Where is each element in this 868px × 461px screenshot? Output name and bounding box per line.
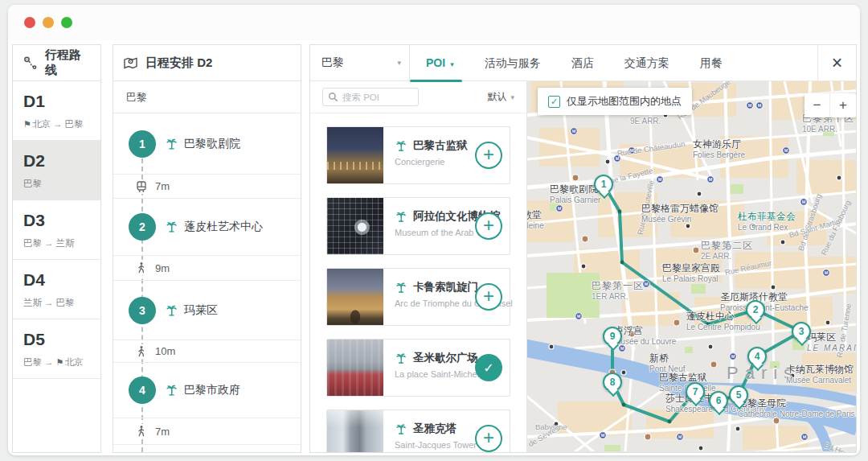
zoom-in-button[interactable]: + bbox=[830, 93, 856, 117]
map-route-marker-6[interactable]: 6 bbox=[709, 391, 728, 410]
poi-photo bbox=[327, 340, 383, 396]
map-route-marker-4[interactable]: 4 bbox=[747, 347, 767, 366]
svg-text:M: M bbox=[577, 314, 581, 319]
map-zoom-control: − + bbox=[805, 93, 856, 117]
day-label: D5 bbox=[23, 330, 92, 349]
day-schedule-panel: 日程安排 D2 巴黎 1 巴黎歌剧院 7m2 蓬皮杜艺术中心 9m3 玛莱区 1… bbox=[113, 44, 301, 453]
schedule-stop-2[interactable]: 2 蓬皮杜艺术中心 bbox=[113, 199, 301, 255]
zoom-out-button[interactable]: − bbox=[805, 93, 830, 117]
schedule-leg-walk: 10m bbox=[113, 340, 301, 363]
schedule-leg-walk: 9m bbox=[113, 255, 301, 281]
poi-card[interactable]: 阿拉伯文化博物馆 Museum of the Arab World + bbox=[326, 197, 510, 255]
leg-duration: 7m bbox=[155, 426, 170, 438]
traffic-light-zoom-icon[interactable] bbox=[61, 17, 72, 28]
svg-text:M: M bbox=[658, 177, 662, 182]
day-route-city: 兰斯 bbox=[23, 298, 42, 307]
sort-dropdown[interactable]: 默认 ▾ bbox=[487, 90, 514, 104]
poi-name: 卡鲁索凯旋门 bbox=[413, 280, 478, 294]
sidebar-day-d4[interactable]: D4 兰斯→巴黎 bbox=[13, 260, 100, 319]
poi-add-button[interactable]: + bbox=[475, 212, 502, 240]
svg-text:M: M bbox=[802, 200, 806, 204]
leg-duration: 7m bbox=[155, 180, 170, 192]
chevron-down-icon: ▾ bbox=[510, 93, 514, 101]
tab-label: 用餐 bbox=[700, 56, 723, 69]
chevron-down-icon: ▾ bbox=[450, 60, 454, 68]
close-button[interactable]: × bbox=[817, 45, 856, 81]
poi-card[interactable]: 巴黎古监狱 Conciergerie + bbox=[326, 126, 510, 184]
svg-text:M: M bbox=[678, 434, 682, 439]
day-list-spacer bbox=[13, 379, 100, 452]
poi-name: 圣米歇尔广场 bbox=[413, 351, 478, 365]
sidebar-day-d3[interactable]: D3 巴黎→兰斯 bbox=[13, 200, 100, 260]
map-route-marker-9[interactable]: 9 bbox=[603, 327, 622, 346]
poi-card[interactable]: 圣米歇尔广场 La place Saint-Michel ✓ bbox=[326, 339, 510, 397]
traffic-light-minimize-icon[interactable] bbox=[43, 17, 54, 28]
stop-number-badge: 2 bbox=[129, 213, 156, 241]
map-label: 巴黎歌剧院Palais Garnier bbox=[550, 184, 600, 204]
map-route-marker-8[interactable]: 8 bbox=[603, 373, 622, 392]
svg-text:M: M bbox=[601, 433, 605, 438]
svg-text:M: M bbox=[748, 103, 752, 108]
poi-card[interactable]: 圣雅克塔 Saint-Jacques Tower + bbox=[326, 410, 510, 452]
poi-add-button[interactable]: + bbox=[475, 425, 502, 452]
day-route: 巴黎 bbox=[23, 178, 92, 190]
svg-text:M: M bbox=[709, 177, 713, 182]
map-route-marker-3[interactable]: 3 bbox=[792, 322, 811, 341]
poi-subtitle: Conciergerie bbox=[395, 157, 468, 167]
schedule-stop-3[interactable]: 3 玛莱区 bbox=[113, 281, 301, 340]
svg-text:M: M bbox=[731, 354, 735, 359]
tab-酒店[interactable]: 酒店 bbox=[571, 45, 594, 81]
schedule-stop-4[interactable]: 4 巴黎市政府 bbox=[113, 363, 301, 418]
day-route: 巴黎→兰斯 bbox=[23, 237, 92, 249]
map-route-marker-5[interactable]: 5 bbox=[729, 385, 748, 405]
attraction-icon bbox=[165, 220, 178, 233]
poi-add-button[interactable]: + bbox=[475, 283, 502, 311]
attraction-icon bbox=[165, 137, 178, 150]
sidebar-day-d5[interactable]: D5 巴黎→⚑北京 bbox=[13, 319, 100, 379]
svg-text:M: M bbox=[825, 270, 829, 275]
svg-text:M: M bbox=[620, 346, 624, 351]
sort-dropdown-value: 默认 bbox=[487, 90, 506, 104]
tab-label: 交通方案 bbox=[624, 56, 669, 69]
poi-info: 圣雅克塔 Saint-Jacques Tower bbox=[383, 410, 477, 452]
arrow-icon: → bbox=[44, 357, 54, 367]
tab-poi-active[interactable]: POI▾ bbox=[426, 45, 454, 81]
walk-icon bbox=[135, 345, 147, 358]
map-route-marker-2[interactable]: 2 bbox=[746, 300, 765, 319]
map-filter-toggle[interactable]: ✓ 仅显示地图范围内的地点 bbox=[538, 88, 692, 115]
sidebar-day-d2[interactable]: D2 巴黎 bbox=[13, 141, 100, 200]
poi-search-row: 默认 ▾ bbox=[310, 81, 526, 113]
day-route: 巴黎→⚑北京 bbox=[23, 356, 92, 368]
poi-add-button[interactable]: + bbox=[475, 142, 502, 169]
city-selector[interactable]: 巴黎 ▾ bbox=[321, 56, 409, 70]
arrow-icon: → bbox=[44, 298, 54, 307]
traffic-light-close-icon[interactable] bbox=[24, 17, 35, 28]
map-canvas[interactable]: MMMMMMMMMMMMMMMMMMM ✓ 仅显示地图范围内的地点 − + 巴黎… bbox=[527, 81, 856, 452]
stop-name: 蓬皮杜艺术中心 bbox=[184, 220, 263, 234]
stop-name: 玛莱区 bbox=[184, 303, 218, 318]
day-route-city: 巴黎 bbox=[64, 119, 83, 129]
map-label: 玛莱区LE MARAIS bbox=[807, 332, 856, 352]
map-label: 卢浮宫Musée du Louvre bbox=[614, 326, 676, 346]
attraction-icon bbox=[165, 383, 178, 397]
map-route-marker-7[interactable]: 7 bbox=[686, 382, 705, 401]
day-route: ⚑北京→巴黎 bbox=[23, 118, 92, 130]
tab-活动与服务[interactable]: 活动与服务 bbox=[485, 45, 541, 81]
svg-text:M: M bbox=[572, 129, 576, 134]
map-route-marker-1[interactable]: 1 bbox=[594, 175, 613, 194]
tab-交通方案[interactable]: 交通方案 bbox=[624, 45, 669, 81]
poi-added-check-button[interactable]: ✓ bbox=[475, 354, 502, 381]
schedule-leg-metro: 7m bbox=[113, 174, 301, 199]
poi-card[interactable]: 卡鲁索凯旋门 Arc de Triomphe du Carrousel + bbox=[326, 268, 510, 326]
poi-subtitle: Saint-Jacques Tower bbox=[395, 440, 477, 450]
poi-info: 圣米歇尔广场 La place Saint-Michel bbox=[383, 340, 479, 396]
titlebar bbox=[8, 5, 860, 40]
day-list: D1 ⚑北京→巴黎D2 巴黎D3 巴黎→兰斯D4 兰斯→巴黎D5 巴黎→⚑北京 bbox=[13, 81, 100, 452]
schedule-city: 巴黎 bbox=[113, 81, 301, 113]
map-label: 女神游乐厅Folies Bergère bbox=[693, 139, 745, 159]
tab-用餐[interactable]: 用餐 bbox=[700, 45, 723, 81]
arrow-icon: → bbox=[44, 238, 54, 248]
city-selector-value: 巴黎 bbox=[321, 56, 344, 70]
schedule-stop-1[interactable]: 1 巴黎歌剧院 bbox=[113, 113, 301, 174]
sidebar-day-d1[interactable]: D1 ⚑北京→巴黎 bbox=[13, 81, 100, 141]
